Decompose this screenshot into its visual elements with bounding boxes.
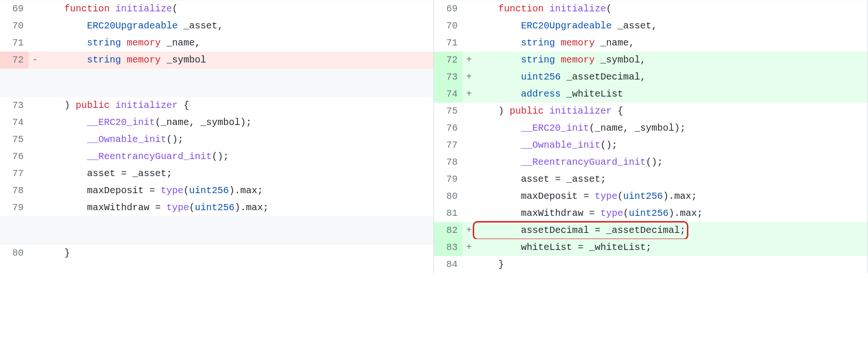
diff-row[interactable] (0, 231, 434, 245)
diff-row[interactable]: 73 ) public initializer { (0, 97, 434, 114)
line-number[interactable]: 73 (434, 69, 462, 86)
diff-marker (28, 0, 42, 18)
line-number[interactable]: 72 (0, 52, 28, 69)
code-content[interactable]: asset = _asset; (42, 165, 434, 182)
diff-row[interactable]: 74 __ERC20_init(_name, _symbol); (0, 114, 434, 131)
code-content[interactable]: string memory _name, (476, 35, 868, 52)
diff-row[interactable]: 70 ERC20Upgradeable _asset, (434, 18, 868, 35)
code-content[interactable]: address _whiteList (476, 86, 868, 103)
code-content[interactable]: string memory _name, (42, 35, 434, 52)
line-number[interactable]: 76 (0, 148, 28, 165)
diff-marker (462, 205, 476, 222)
code-content[interactable]: maxWithdraw = type(uint256).max; (476, 205, 868, 222)
code-content[interactable]: __Ownable_init(); (42, 131, 434, 148)
diff-row[interactable] (0, 69, 434, 83)
code-content[interactable] (42, 216, 434, 231)
line-number[interactable]: 74 (0, 114, 28, 131)
code-content[interactable]: maxDeposit = type(uint256).max; (42, 182, 434, 199)
code-content[interactable]: assetDecimal = _assetDecimal; (476, 222, 868, 239)
code-content[interactable]: __ERC20_init(_name, _symbol); (476, 120, 868, 137)
diff-row[interactable]: 78 maxDeposit = type(uint256).max; (0, 182, 434, 199)
diff-row[interactable]: 69 function initialize( (0, 0, 434, 18)
line-number[interactable]: 70 (0, 18, 28, 35)
line-number[interactable]: 75 (434, 103, 462, 120)
line-number[interactable]: 72 (434, 52, 462, 69)
diff-row[interactable]: 84 } (434, 256, 868, 273)
line-number[interactable]: 71 (434, 35, 462, 52)
code-content[interactable]: } (42, 245, 434, 262)
line-number[interactable]: 79 (0, 199, 28, 216)
code-content[interactable]: string memory _symbol (42, 52, 434, 69)
line-number[interactable]: 81 (434, 205, 462, 222)
diff-row[interactable]: 75 __Ownable_init(); (0, 131, 434, 148)
diff-row[interactable]: 75 ) public initializer { (434, 103, 868, 120)
code-content[interactable]: ERC20Upgradeable _asset, (476, 18, 868, 35)
diff-row[interactable]: 70 ERC20Upgradeable _asset, (0, 18, 434, 35)
code-content[interactable]: __ReentrancyGuard_init(); (476, 154, 868, 171)
diff-row[interactable]: 71 string memory _name, (434, 35, 868, 52)
code-content[interactable] (42, 69, 434, 83)
diff-row[interactable]: 74+ address _whiteList (434, 86, 868, 103)
line-number[interactable]: 83 (434, 239, 462, 256)
diff-row[interactable]: 83+ whiteList = _whiteList; (434, 239, 868, 256)
code-content[interactable]: string memory _symbol, (476, 52, 868, 69)
code-content[interactable]: __Ownable_init(); (476, 137, 868, 154)
diff-marker (28, 148, 42, 165)
line-number[interactable]: 77 (434, 137, 462, 154)
line-number[interactable]: 79 (434, 171, 462, 188)
diff-row[interactable]: 79 asset = _asset; (434, 171, 868, 188)
line-number[interactable]: 73 (0, 97, 28, 114)
line-number[interactable]: 84 (434, 256, 462, 273)
diff-row[interactable]: 76 __ERC20_init(_name, _symbol); (434, 120, 868, 137)
diff-row[interactable]: 77 __Ownable_init(); (434, 137, 868, 154)
line-number[interactable]: 75 (0, 131, 28, 148)
line-number[interactable] (0, 69, 28, 83)
diff-row[interactable]: 72+ string memory _symbol, (434, 52, 868, 69)
line-number[interactable]: 80 (0, 245, 28, 262)
diff-row[interactable]: 71 string memory _name, (0, 35, 434, 52)
diff-row[interactable]: 78 __ReentrancyGuard_init(); (434, 154, 868, 171)
line-number[interactable]: 76 (434, 120, 462, 137)
diff-row[interactable]: 69 function initialize( (434, 0, 868, 18)
code-content[interactable]: } (476, 256, 868, 273)
line-number[interactable] (0, 83, 28, 97)
diff-marker: + (462, 86, 476, 103)
diff-row[interactable]: 77 asset = _asset; (0, 165, 434, 182)
line-number[interactable]: 80 (434, 188, 462, 205)
diff-row[interactable]: 80 maxDeposit = type(uint256).max; (434, 188, 868, 205)
line-number[interactable]: 69 (0, 0, 28, 18)
line-number[interactable]: 70 (434, 18, 462, 35)
diff-row[interactable]: 81 maxWithdraw = type(uint256).max; (434, 205, 868, 222)
code-content[interactable]: whiteList = _whiteList; (476, 239, 868, 256)
code-content[interactable]: function initialize( (42, 0, 434, 18)
diff-row[interactable]: 79 maxWithdraw = type(uint256).max; (0, 199, 434, 216)
code-content[interactable]: asset = _asset; (476, 171, 868, 188)
line-number[interactable]: 77 (0, 165, 28, 182)
code-content[interactable]: maxWithdraw = type(uint256).max; (42, 199, 434, 216)
diff-row[interactable]: 72- string memory _symbol (0, 52, 434, 69)
code-content[interactable]: maxDeposit = type(uint256).max; (476, 188, 868, 205)
line-number[interactable] (0, 231, 28, 245)
diff-row[interactable] (0, 216, 434, 231)
code-content[interactable]: uint256 _assetDecimal, (476, 69, 868, 86)
line-number[interactable] (0, 216, 28, 231)
diff-row[interactable] (0, 83, 434, 97)
diff-row[interactable]: 82+ assetDecimal = _assetDecimal; (434, 222, 868, 239)
code-content[interactable]: function initialize( (476, 0, 868, 18)
line-number[interactable]: 71 (0, 35, 28, 52)
line-number[interactable]: 74 (434, 86, 462, 103)
code-content[interactable]: ) public initializer { (476, 103, 868, 120)
code-content[interactable]: ERC20Upgradeable _asset, (42, 18, 434, 35)
code-content[interactable] (42, 83, 434, 97)
diff-row[interactable]: 76 __ReentrancyGuard_init(); (0, 148, 434, 165)
code-content[interactable]: ) public initializer { (42, 97, 434, 114)
code-content[interactable]: __ERC20_init(_name, _symbol); (42, 114, 434, 131)
code-content[interactable] (42, 231, 434, 245)
code-content[interactable]: __ReentrancyGuard_init(); (42, 148, 434, 165)
diff-row[interactable]: 80 } (0, 245, 434, 262)
line-number[interactable]: 78 (0, 182, 28, 199)
line-number[interactable]: 82 (434, 222, 462, 239)
diff-row[interactable]: 73+ uint256 _assetDecimal, (434, 69, 868, 86)
line-number[interactable]: 78 (434, 154, 462, 171)
line-number[interactable]: 69 (434, 0, 462, 18)
